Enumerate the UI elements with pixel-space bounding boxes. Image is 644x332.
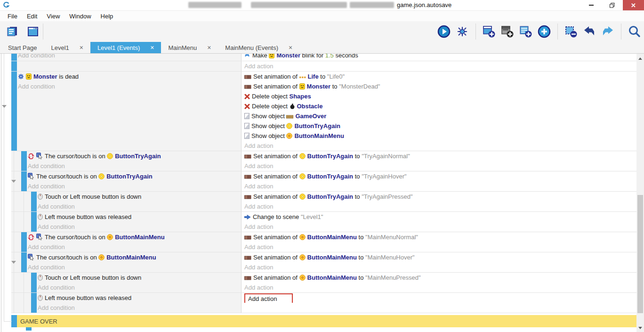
- event-selection-bar[interactable]: [11, 72, 17, 151]
- condition-line[interactable]: The cursor/touch is on ButtonTryAgain: [28, 171, 241, 181]
- menu-window[interactable]: Window: [64, 13, 96, 20]
- event-selection-bar[interactable]: [11, 315, 17, 327]
- action-line[interactable]: Delete object Shapes: [244, 91, 636, 101]
- add-condition-link[interactable]: Add condition: [28, 161, 241, 171]
- action-line[interactable]: Set animation of Life to "Life0": [244, 72, 636, 81]
- tab-close-icon[interactable]: ×: [150, 44, 154, 51]
- add-condition-link[interactable]: Add condition: [28, 242, 241, 252]
- action-line[interactable]: Change to scene "Level1": [244, 212, 636, 222]
- add-action-link[interactable]: Add action: [244, 222, 636, 232]
- tab-mainmenu-events[interactable]: MainMenu (Events)×: [218, 42, 299, 53]
- menu-file[interactable]: File: [3, 13, 22, 20]
- add-condition-link[interactable]: Add condition: [18, 81, 241, 91]
- add-action-link[interactable]: Add action: [244, 202, 636, 211]
- scroll-down-arrow-icon[interactable]: [638, 327, 642, 329]
- collapse-arrow-icon[interactable]: [2, 105, 7, 108]
- event-selection-bar[interactable]: [31, 273, 37, 292]
- action-line[interactable]: Show object GameOver: [244, 111, 636, 121]
- event-selection-bar[interactable]: [21, 151, 27, 171]
- remove-selection-button[interactable]: [564, 24, 579, 40]
- toolbar-separator: [43, 24, 43, 40]
- tab-mainmenu[interactable]: MainMenu×: [161, 42, 218, 53]
- delete-icon: [244, 92, 250, 101]
- add-action-link[interactable]: Add action: [244, 283, 636, 292]
- event-selection-bar[interactable]: [31, 212, 37, 232]
- condition-line[interactable]: The cursor/touch is on ButtonMainMenu: [28, 252, 241, 262]
- action-line[interactable]: Set animation of ButtonMainMenu to "Main…: [244, 273, 636, 283]
- scroll-up-arrow-icon[interactable]: [638, 57, 642, 60]
- add-action-highlighted[interactable]: Add action: [244, 293, 293, 303]
- add-condition-link[interactable]: Add condition: [38, 283, 241, 292]
- condition-line[interactable]: Left mouse button was released: [38, 293, 241, 303]
- tree-guide-line: [14, 192, 14, 211]
- add-condition-link[interactable]: Add condition: [28, 262, 241, 272]
- scrollbar-thumb[interactable]: [637, 195, 643, 313]
- action-line[interactable]: Show object ButtonTryAgain: [244, 121, 636, 131]
- object-name: ButtonMainMenu: [307, 254, 357, 261]
- btn-yellow-icon: [299, 193, 306, 202]
- event-selection-bar[interactable]: [21, 171, 27, 191]
- event-selection-bar[interactable]: [21, 232, 27, 252]
- tab-close-icon[interactable]: ×: [80, 44, 83, 51]
- menu-view[interactable]: View: [42, 13, 64, 20]
- action-line[interactable]: Delete object Obstacle: [244, 101, 636, 111]
- number-value: 1.5: [325, 54, 334, 59]
- action-line[interactable]: Set animation of ButtonMainMenu to "Main…: [244, 232, 636, 242]
- add-event-button[interactable]: [482, 24, 497, 40]
- debug-button[interactable]: [455, 24, 470, 40]
- tab-level1-events[interactable]: Level1 (Events)×: [90, 42, 161, 53]
- condition-line[interactable]: Touch or Left mouse button is down: [38, 192, 241, 202]
- add-circle-button[interactable]: [537, 24, 552, 40]
- search-button[interactable]: [627, 24, 642, 40]
- action-line[interactable]: Set animation of ButtonTryAgain to "TryA…: [244, 192, 636, 202]
- add-action-link[interactable]: Add action: [244, 242, 636, 252]
- minimize-button[interactable]: [580, 0, 602, 10]
- collapse-arrow-icon[interactable]: [11, 180, 16, 183]
- condition-line[interactable]: The cursor/touch is on ButtonMainMenu: [28, 232, 241, 242]
- anim-icon: [244, 274, 251, 283]
- add-action-link[interactable]: Add action: [244, 181, 636, 191]
- add-subevent-button[interactable]: [500, 24, 515, 40]
- event-selection-bar[interactable]: [31, 192, 37, 211]
- action-line[interactable]: Make Monster blink for 1.5 seconds: [244, 54, 636, 60]
- add-condition-link[interactable]: Add condition: [38, 222, 241, 232]
- collapse-arrow-icon[interactable]: [11, 261, 16, 264]
- add-condition-link[interactable]: Add condition: [38, 303, 241, 313]
- play-button[interactable]: [436, 24, 451, 40]
- condition-line[interactable]: The cursor/touch is on ButtonTryAgain: [28, 151, 241, 161]
- add-condition-link[interactable]: Add condition: [18, 54, 241, 60]
- action-line[interactable]: Set animation of ButtonTryAgain to "TryA…: [244, 171, 636, 181]
- action-line[interactable]: Set animation of ButtonTryAgain to "TryA…: [244, 151, 636, 161]
- tab-level1[interactable]: Level1×: [44, 42, 90, 53]
- event-selection-bar[interactable]: [31, 293, 37, 313]
- action-line[interactable]: Set animation of Monster to "MonsterDead…: [244, 81, 636, 91]
- add-condition-link[interactable]: Add condition: [28, 181, 241, 191]
- condition-line[interactable]: Monster is dead: [18, 72, 241, 81]
- condition-line[interactable]: Touch or Left mouse button is down: [38, 273, 241, 283]
- restore-button[interactable]: [602, 0, 623, 10]
- tab-close-icon[interactable]: ×: [289, 44, 292, 51]
- tab-close-icon[interactable]: ×: [207, 44, 211, 51]
- comment-row[interactable]: GAME OVER: [11, 315, 636, 327]
- action-line[interactable]: Show object ButtonMainMenu: [244, 131, 636, 141]
- action-line[interactable]: Set animation of ButtonMainMenu to "Main…: [244, 252, 636, 262]
- event-selection-bar[interactable]: [11, 54, 17, 61]
- project-manager-button[interactable]: [5, 24, 20, 40]
- event-selection-bar[interactable]: [11, 61, 17, 71]
- undo-button[interactable]: [582, 24, 597, 40]
- close-button[interactable]: ✕: [623, 0, 644, 10]
- tab-start-page[interactable]: Start Page: [1, 42, 44, 53]
- redo-button[interactable]: [600, 24, 615, 40]
- condition-line[interactable]: Left mouse button was released: [38, 212, 241, 222]
- add-condition-link[interactable]: Add condition: [38, 202, 241, 211]
- event-selection-bar[interactable]: [26, 327, 32, 331]
- add-action-link[interactable]: Add action: [244, 161, 636, 171]
- add-comment-button[interactable]: [518, 24, 533, 40]
- add-action-link[interactable]: Add action: [244, 141, 636, 151]
- menu-edit[interactable]: Edit: [22, 13, 42, 20]
- add-action-link[interactable]: Add action: [244, 61, 636, 71]
- scene-window-button[interactable]: [25, 24, 40, 40]
- event-selection-bar[interactable]: [21, 252, 27, 272]
- add-action-link[interactable]: Add action: [244, 262, 636, 272]
- menu-help[interactable]: Help: [96, 13, 118, 20]
